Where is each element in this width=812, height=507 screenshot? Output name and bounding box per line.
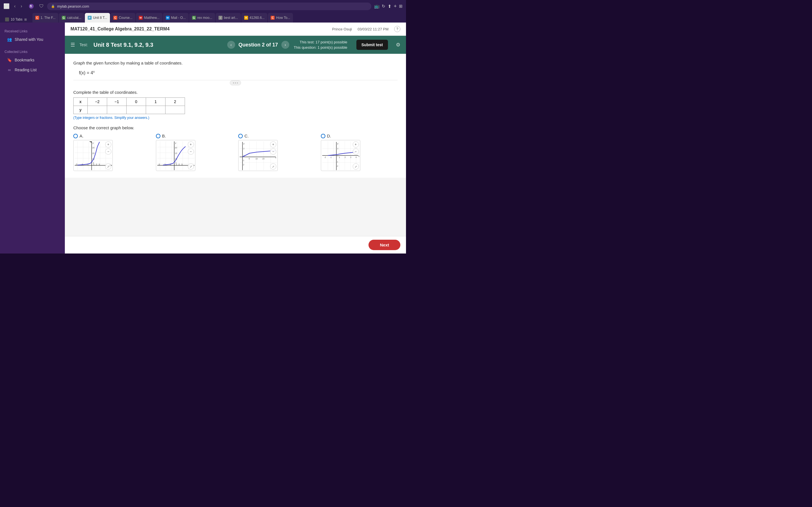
y-field-1[interactable] xyxy=(151,108,161,112)
expand-d[interactable]: ⤢ xyxy=(353,163,359,170)
svg-text:-3: -3 xyxy=(75,163,78,166)
back-button[interactable]: ‹ xyxy=(12,3,17,10)
zoom-in-b[interactable]: + xyxy=(188,142,194,148)
address-bar[interactable]: 🔒 mylab.pearson.com xyxy=(47,3,371,10)
question-navigation: ‹ Question 2 of 17 › xyxy=(227,41,289,49)
sidebar-item-shared[interactable]: 👥 Shared with You xyxy=(2,35,63,44)
tab-10[interactable]: C How To... xyxy=(268,13,293,22)
svg-text:-1: -1 xyxy=(330,156,332,158)
graphs-grid: A. xyxy=(73,133,398,171)
tab-5[interactable]: M Matthew... xyxy=(136,13,162,22)
expand-b[interactable]: ⤢ xyxy=(188,163,194,170)
tab-5-label: Matthew... xyxy=(144,16,160,20)
svg-text:-2: -2 xyxy=(336,165,338,167)
graph-a-controls: + − xyxy=(105,142,111,155)
zoom-out-a[interactable]: − xyxy=(105,149,111,155)
y-field-0[interactable] xyxy=(131,108,141,112)
tab-1-label: 1. The F... xyxy=(41,16,56,20)
address-text: mylab.pearson.com xyxy=(57,4,89,8)
expand-dots[interactable]: • • • xyxy=(230,80,241,86)
radio-b[interactable] xyxy=(156,134,160,138)
graph-option-b: B. xyxy=(156,133,233,171)
svg-text:-2: -2 xyxy=(81,163,83,166)
x-val-neg2: −2 xyxy=(88,98,107,106)
zoom-in-d[interactable]: + xyxy=(353,142,359,148)
y-input-0[interactable] xyxy=(126,106,146,114)
table-hint: (Type integers or fractions. Simplify yo… xyxy=(73,116,398,120)
radio-c[interactable] xyxy=(238,134,243,138)
sidebar-toggle-button[interactable]: ⬜ xyxy=(3,3,10,9)
tabs-count-label: 10 Tabs xyxy=(11,17,22,21)
y-field-2[interactable] xyxy=(170,108,180,112)
y-field-neg1[interactable] xyxy=(112,108,122,112)
svg-text:2: 2 xyxy=(337,148,338,150)
tab-6[interactable]: W Mail - O... xyxy=(163,13,189,22)
grid-button[interactable]: ⊞ xyxy=(399,4,403,9)
svg-text:x: x xyxy=(275,156,276,159)
svg-text:-1: -1 xyxy=(336,161,338,163)
sidebar-item-bookmarks[interactable]: 🔖 Bookmarks xyxy=(2,55,63,65)
tab-8[interactable]: i best art... xyxy=(216,13,241,22)
svg-text:1: 1 xyxy=(337,155,338,157)
zoom-out-d[interactable]: − xyxy=(353,149,359,155)
expand-icon-c[interactable]: ⤢ xyxy=(270,163,276,170)
zoom-in-c[interactable]: + xyxy=(270,142,276,148)
y-input-neg2[interactable] xyxy=(88,106,107,114)
new-tab-button[interactable]: + xyxy=(394,3,397,9)
expand-icon-d[interactable]: ⤢ xyxy=(353,163,359,170)
content-spacer xyxy=(65,178,406,236)
svg-text:-2: -2 xyxy=(324,156,326,158)
y-input-1[interactable] xyxy=(146,106,165,114)
expand-c[interactable]: ⤢ xyxy=(270,163,276,170)
total-points: This test: 17 point(s) possible xyxy=(294,40,347,45)
y-input-neg1[interactable] xyxy=(107,106,126,114)
help-button[interactable]: ? xyxy=(394,26,400,32)
next-question-button[interactable]: › xyxy=(282,41,289,49)
zoom-out-b[interactable]: − xyxy=(188,149,194,155)
svg-text:5: 5 xyxy=(93,162,94,164)
sidebar-item-reading[interactable]: ∞ Reading List xyxy=(2,65,63,75)
zoom-in-a[interactable]: + xyxy=(105,142,111,148)
y-input-2[interactable] xyxy=(165,106,185,114)
reading-list-icon: ∞ xyxy=(7,67,12,72)
zoom-out-c[interactable]: − xyxy=(270,149,276,155)
refresh-button[interactable]: ↻ xyxy=(382,4,386,9)
user-name: Prince Osuji xyxy=(332,27,352,31)
tabs-count-button[interactable]: 10 Tabs ⊞ xyxy=(2,16,30,22)
svg-text:x: x xyxy=(358,155,359,158)
radio-a[interactable] xyxy=(73,134,78,138)
tab-9[interactable]: H 41260.6... xyxy=(241,13,267,22)
submit-test-button[interactable]: Submit test xyxy=(356,40,388,50)
x-val-1: 1 xyxy=(146,98,165,106)
tab-3[interactable]: P Unit 8 T... xyxy=(85,13,110,22)
page-meta: Prince Osuji 03/03/22 11:27 PM ? xyxy=(332,26,400,32)
radio-d[interactable] xyxy=(321,134,325,138)
cast-button[interactable]: 📺 xyxy=(374,4,379,9)
tab-4[interactable]: C Course... xyxy=(110,13,135,22)
page-footer: Next xyxy=(65,236,406,253)
settings-icon[interactable]: ⚙ xyxy=(396,42,400,48)
next-button[interactable]: Next xyxy=(368,240,400,250)
tab-6-label: Mail - O... xyxy=(171,16,186,20)
tab-7[interactable]: G rex moo... xyxy=(189,13,215,22)
tab-4-label: Course... xyxy=(119,16,133,20)
tab-2[interactable]: G calculat... xyxy=(59,13,84,22)
forward-button[interactable]: › xyxy=(19,3,24,10)
tab-1[interactable]: C 1. The F... xyxy=(33,13,58,22)
graph-b-label: B. xyxy=(162,133,166,138)
expand-a[interactable]: ⤢ xyxy=(105,163,111,170)
expand-icon-b[interactable]: ⤢ xyxy=(188,163,194,170)
svg-text:20: 20 xyxy=(92,147,94,149)
menu-icon[interactable]: ☰ xyxy=(70,42,75,48)
expand-icon-a[interactable]: ⤢ xyxy=(105,163,111,170)
test-points: This test: 17 point(s) possible This que… xyxy=(294,40,347,50)
prev-question-button[interactable]: ‹ xyxy=(227,41,235,49)
coordinate-table-section: Complete the table of coordinates. x −2 … xyxy=(73,90,398,120)
test-bar: ☰ Test: Unit 8 Test 9.1, 9.2, 9.3 ‹ Ques… xyxy=(65,36,406,54)
question-content: Graph the given function by making a tab… xyxy=(65,54,406,178)
reading-list-label: Reading List xyxy=(15,68,37,72)
sidebar: Received Links 👥 Shared with You Collect… xyxy=(0,22,65,253)
y-field-neg2[interactable] xyxy=(92,108,102,112)
svg-text:5: 5 xyxy=(249,158,250,160)
share-button[interactable]: ⬆ xyxy=(388,4,391,9)
